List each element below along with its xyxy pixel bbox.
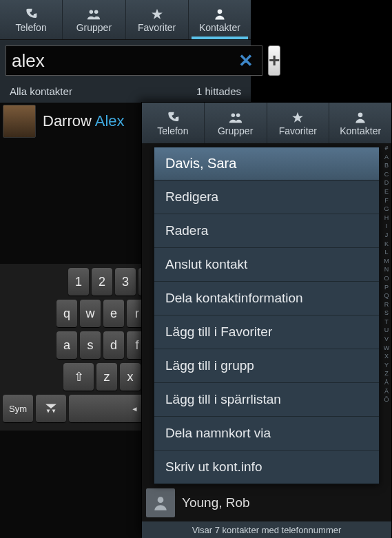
alpha-index-letter[interactable]: M (382, 257, 391, 266)
context-menu-item[interactable]: Redigera (154, 180, 379, 214)
alpha-index-letter[interactable]: Å (382, 378, 391, 387)
clear-search-icon[interactable]: ✕ (236, 50, 256, 72)
search-input[interactable] (12, 50, 236, 72)
alpha-index-letter[interactable]: T (382, 318, 391, 327)
alpha-index-letter[interactable]: N (382, 265, 391, 274)
tab-favorites-front[interactable]: Favoriter (267, 103, 330, 143)
alpha-index-letter[interactable]: B (382, 161, 391, 170)
alpha-index-letter[interactable]: Ö (382, 395, 391, 404)
alpha-index-letter[interactable]: H (382, 214, 391, 223)
alpha-index-letter[interactable]: W (382, 344, 391, 353)
avatar (3, 105, 36, 138)
context-menu-item[interactable]: Lägg till i Favoriter (154, 315, 379, 349)
tab-phone[interactable]: Telefon (0, 0, 63, 39)
key-z[interactable]: z (96, 363, 117, 391)
alpha-index-letter[interactable]: A (382, 153, 391, 162)
alpha-index-letter[interactable]: Q (382, 291, 391, 300)
svg-point-3 (231, 113, 235, 117)
add-contact-button[interactable]: + (268, 45, 280, 76)
key-2[interactable]: 2 (92, 268, 112, 296)
context-menu-item[interactable]: Lägg till i spärrlistan (154, 383, 379, 417)
groups-icon (86, 7, 101, 22)
tab-groups[interactable]: Grupper (63, 0, 125, 39)
alpha-index-letter[interactable]: C (382, 170, 391, 179)
plus-icon: + (269, 50, 280, 72)
result-surname: Darrow (43, 112, 95, 130)
context-menu-item[interactable]: Skriv ut kont.info (154, 451, 379, 484)
key-x[interactable]: x (120, 363, 141, 391)
context-menu: Davis, Sara RedigeraRaderaAnslut kontakt… (154, 147, 380, 484)
key-1[interactable]: 1 (68, 268, 89, 296)
tab-favorites-label: Favoriter (138, 22, 176, 33)
key-3[interactable]: 3 (115, 268, 136, 296)
alpha-index-letter[interactable]: G (382, 205, 391, 214)
tab-contacts-label: Kontakter (199, 22, 240, 33)
tab-phone-label-front: Telefon (157, 125, 188, 136)
context-menu-item[interactable]: Dela namnkort via (154, 417, 379, 451)
tab-favorites-label-front: Favoriter (279, 125, 317, 136)
key-d[interactable]: d (103, 331, 124, 359)
alpha-index-letter[interactable]: K (382, 240, 391, 249)
contact-name: Young, Rob (182, 495, 250, 510)
tab-contacts[interactable]: Kontakter (189, 0, 251, 39)
key-q[interactable]: q (56, 300, 77, 327)
tab-contacts-front[interactable]: Kontakter (329, 103, 391, 143)
svg-point-5 (358, 112, 363, 117)
context-menu-header: Davis, Sara (154, 147, 379, 180)
svg-point-4 (236, 113, 240, 117)
tab-bar-back: Telefon Grupper Favoriter Kontakter (0, 0, 251, 40)
context-menu-item[interactable]: Anslut kontakt (154, 248, 379, 282)
key-s[interactable]: s (80, 331, 101, 359)
alpha-index-letter[interactable]: D (382, 178, 391, 187)
key-e[interactable]: e (103, 300, 124, 327)
context-menu-item[interactable]: Lägg till i grupp (154, 349, 379, 383)
alpha-index-letter[interactable]: F (382, 196, 391, 205)
alpha-index-letter[interactable]: U (382, 326, 391, 335)
tab-groups-front[interactable]: Grupper (205, 103, 267, 143)
alpha-index-letter[interactable]: Y (382, 361, 391, 370)
svg-point-6 (158, 497, 164, 503)
tab-groups-label-front: Grupper (218, 125, 253, 136)
filter-label: Alla kontakter (10, 85, 72, 97)
phone-icon (24, 7, 38, 22)
key-shift[interactable]: ⇧ (63, 363, 94, 391)
contacts-app-front: Telefon Grupper Favoriter Kontakter (141, 102, 391, 537)
list-item[interactable]: Young, Rob (142, 484, 382, 521)
alpha-index-letter[interactable]: E (382, 187, 391, 196)
context-menu-item[interactable]: Dela kontaktinformation (154, 282, 379, 315)
key-input-mode[interactable] (36, 395, 66, 422)
alpha-index-letter[interactable]: Z (382, 369, 391, 378)
alpha-index-letter[interactable]: S (382, 309, 391, 318)
tab-groups-label: Grupper (76, 22, 112, 33)
alpha-index-letter[interactable]: J (382, 231, 391, 240)
result-name: Darrow Alex (43, 112, 125, 130)
svg-point-2 (218, 9, 223, 14)
alpha-index-letter[interactable]: R (382, 300, 391, 309)
key-w[interactable]: w (80, 300, 101, 327)
key-a[interactable]: a (56, 331, 77, 359)
lang-arrow-left-icon: ◄ (131, 405, 138, 413)
alpha-index-letter[interactable]: I (382, 222, 391, 231)
avatar (146, 488, 175, 517)
alpha-index-letter[interactable]: L (382, 248, 391, 257)
key-sym[interactable]: Sym (3, 395, 33, 422)
search-bar: ✕ + (0, 40, 251, 81)
alphabet-index[interactable]: #ABCDEFGHIJKLMNOPQRSTUVWXYZÅÄÖ (382, 144, 391, 404)
alpha-index-letter[interactable]: Ä (382, 387, 391, 396)
result-count: 1 hittades (196, 85, 241, 97)
tab-phone-front[interactable]: Telefon (142, 103, 205, 143)
context-menu-item[interactable]: Radera (154, 214, 379, 248)
alpha-index-letter[interactable]: X (382, 352, 391, 361)
alpha-index-letter[interactable]: O (382, 274, 391, 283)
contact-icon (353, 110, 367, 125)
search-input-wrap: ✕ (6, 45, 262, 76)
tab-favorites[interactable]: Favoriter (126, 0, 189, 39)
star-icon (291, 110, 305, 125)
svg-point-0 (90, 10, 94, 13)
alpha-index-letter[interactable]: # (382, 144, 391, 153)
result-highlight: Alex (95, 112, 125, 130)
filter-bar[interactable]: Alla kontakter 1 hittades (0, 81, 251, 103)
tab-phone-label: Telefon (16, 22, 47, 33)
alpha-index-letter[interactable]: P (382, 283, 391, 292)
alpha-index-letter[interactable]: V (382, 335, 391, 344)
